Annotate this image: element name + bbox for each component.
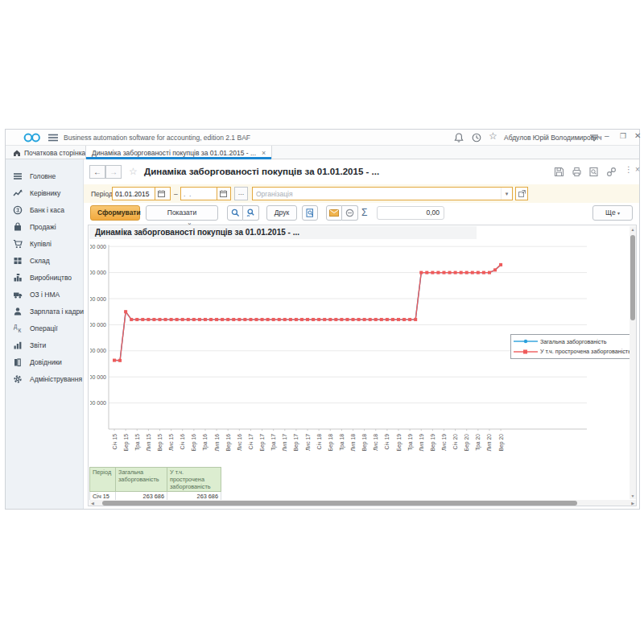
service-menu-icon[interactable] xyxy=(588,132,600,143)
more-actions-icon[interactable]: ⋮ xyxy=(625,165,633,174)
horizontal-scrollbar[interactable]: ◀ ▶ xyxy=(89,500,636,506)
sidebar-item-8[interactable]: ОЗ і НМА xyxy=(6,286,83,303)
minimize-button[interactable]: – xyxy=(605,131,609,140)
schedule-button[interactable] xyxy=(342,205,358,221)
chart-legend: Загальна заборгованістьУ т.ч. прострочен… xyxy=(510,334,633,359)
scroll-up-arrow[interactable]: ▲ xyxy=(630,227,636,232)
svg-text:100 000: 100 000 xyxy=(90,400,106,406)
tab-home[interactable]: Початкова сторінка xyxy=(7,146,91,159)
sidebar-item-3[interactable]: Банк і каса xyxy=(6,201,83,218)
sidebar-item-13[interactable]: Адміністрування xyxy=(6,370,83,387)
search-icon xyxy=(231,208,240,217)
period-options-button[interactable]: ... xyxy=(234,187,248,200)
save-icon[interactable] xyxy=(554,167,564,177)
history-icon[interactable] xyxy=(471,132,482,143)
vertical-scrollbar[interactable]: ▲ ▼ xyxy=(630,226,636,499)
preview-icon[interactable] xyxy=(588,167,599,177)
svg-text:Січ 17: Січ 17 xyxy=(248,434,254,450)
organization-input[interactable] xyxy=(253,188,501,200)
app-title: Business automation software for account… xyxy=(64,134,250,142)
app-window: Business automation software for account… xyxy=(5,129,640,510)
table-header-3: У т.ч. прострочена заборгованість xyxy=(167,468,221,492)
home-icon xyxy=(13,149,21,157)
organization-open-button[interactable] xyxy=(515,187,528,200)
favorite-star-icon[interactable]: ☆ xyxy=(129,166,138,177)
svg-text:Бер 16: Бер 16 xyxy=(191,434,197,452)
person-icon xyxy=(13,307,23,316)
svg-text:Січ 19: Січ 19 xyxy=(384,434,390,450)
sidebar-item-label: Операції xyxy=(30,324,58,332)
close-form-icon[interactable]: × xyxy=(635,165,640,174)
svg-text:Бер 15: Бер 15 xyxy=(123,434,130,452)
back-button[interactable]: ← xyxy=(89,165,105,179)
sum-field[interactable]: 0,00 xyxy=(377,206,444,220)
forward-button[interactable]: → xyxy=(105,165,122,179)
svg-text:Лис 18: Лис 18 xyxy=(373,434,378,451)
tab-bar: Початкова сторінка Динаміка заборгованос… xyxy=(6,146,639,159)
document-magnifier-icon xyxy=(306,208,315,217)
warehouse-icon xyxy=(13,256,23,266)
notifications-bell-icon[interactable] xyxy=(453,132,464,143)
sidebar-item-5[interactable]: Купівлі xyxy=(6,235,83,252)
svg-text:Бер 17: Бер 17 xyxy=(259,434,266,452)
period-to-group xyxy=(180,187,231,200)
favorites-star-icon[interactable]: ☆ xyxy=(489,130,497,142)
period-from-input[interactable] xyxy=(113,188,155,200)
print-button[interactable]: Друк xyxy=(266,205,297,221)
sidebar-item-11[interactable]: Звіти xyxy=(6,336,83,353)
factory-icon xyxy=(13,273,23,283)
calendar-icon[interactable] xyxy=(217,188,229,200)
period-to-input[interactable] xyxy=(181,188,217,200)
sidebar-item-label: Головне xyxy=(30,172,56,180)
svg-text:Лип 20: Лип 20 xyxy=(486,434,492,452)
get-link-icon[interactable] xyxy=(606,167,617,177)
tab-close-icon[interactable]: × xyxy=(262,149,266,157)
close-window-button[interactable]: ✕ xyxy=(634,131,641,140)
svg-text:Вер 18: Вер 18 xyxy=(361,434,368,452)
more-button-label: Ще xyxy=(605,208,616,217)
search-button[interactable] xyxy=(227,205,243,221)
report-chart-icon xyxy=(13,341,23,350)
sidebar-item-label: Зарплата і кадри xyxy=(30,308,84,316)
autosum-icon[interactable]: Σ xyxy=(361,207,367,218)
sidebar-item-12[interactable]: Довідники xyxy=(6,353,83,370)
maximize-button[interactable]: ❐ xyxy=(620,132,626,140)
scroll-left-arrow[interactable]: ◀ xyxy=(91,500,94,506)
sidebar-item-2[interactable]: Керівнику xyxy=(6,184,83,201)
chevron-down-icon[interactable]: ▾ xyxy=(501,188,512,200)
svg-text:Лис 16: Лис 16 xyxy=(237,434,242,451)
svg-text:600 000: 600 000 xyxy=(90,270,106,275)
main-menu-icon[interactable] xyxy=(48,134,58,142)
svg-text:Лип 15: Лип 15 xyxy=(146,434,151,452)
scroll-down-arrow[interactable]: ▼ xyxy=(630,493,636,498)
cancel-search-button[interactable] xyxy=(243,205,259,221)
scroll-right-arrow[interactable]: ▶ xyxy=(631,500,634,506)
sidebar-item-1[interactable]: Головне xyxy=(6,167,83,184)
send-email-button[interactable] xyxy=(326,205,342,221)
show-settings-button[interactable]: Показати настройки xyxy=(146,205,218,221)
print-preview-button[interactable] xyxy=(302,205,318,221)
generate-button[interactable]: Сформувати xyxy=(90,205,140,221)
svg-text:Січ 20: Січ 20 xyxy=(452,434,458,450)
sidebar-item-7[interactable]: Виробництво xyxy=(6,269,83,286)
sidebar-item-9[interactable]: Зарплата і кадри xyxy=(6,303,83,320)
tab-report[interactable]: Динаміка заборгованості покупців за 01.0… xyxy=(85,146,272,159)
svg-text:Бер 19: Бер 19 xyxy=(396,434,402,452)
period-from-group xyxy=(112,187,171,200)
print-icon[interactable] xyxy=(572,167,582,177)
more-button[interactable]: Ще ▾ xyxy=(592,205,633,221)
svg-text:Бер 18: Бер 18 xyxy=(328,434,334,452)
app-logo xyxy=(23,132,41,143)
sidebar-item-10[interactable]: ДКОперації xyxy=(6,320,83,336)
sidebar-item-label: ОЗ і НМА xyxy=(30,291,60,299)
horizontal-scroll-thumb[interactable] xyxy=(102,501,577,506)
sidebar-item-6[interactable]: Склад xyxy=(6,252,83,269)
sidebar-item-label: Адміністрування xyxy=(30,375,82,383)
svg-text:300 000: 300 000 xyxy=(90,348,106,353)
sidebar-item-4[interactable]: Продажі xyxy=(6,218,83,235)
svg-text:200 000: 200 000 xyxy=(90,374,106,380)
calendar-icon[interactable] xyxy=(155,188,167,200)
user-name[interactable]: Абдулов Юрій Володимирович xyxy=(504,134,601,142)
clock-icon xyxy=(345,208,354,217)
vertical-scroll-thumb[interactable] xyxy=(630,235,635,320)
